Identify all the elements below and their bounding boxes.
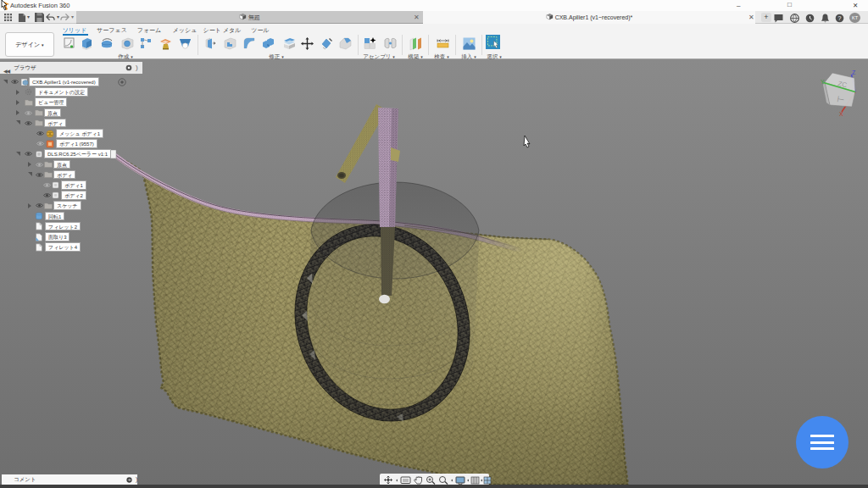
svg-text:?: ? bbox=[838, 15, 842, 21]
svg-text:X: X bbox=[839, 111, 843, 117]
svg-text:Y: Y bbox=[821, 79, 825, 85]
svg-text:Z: Z bbox=[852, 69, 856, 75]
